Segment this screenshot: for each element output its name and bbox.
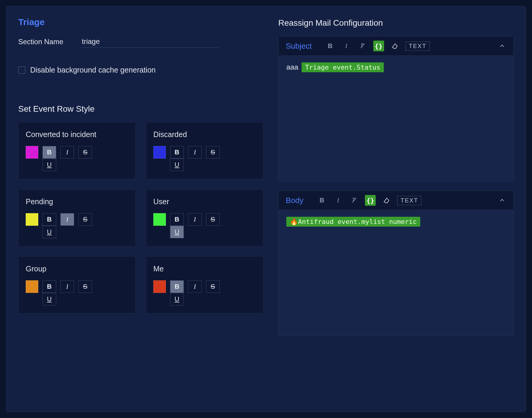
text-mode-button[interactable]: TEXT <box>406 42 430 51</box>
strike-toggle[interactable]: S <box>78 213 92 226</box>
row-style-card-title: Group <box>26 265 128 273</box>
underline-toggle[interactable]: U <box>170 226 184 238</box>
color-swatch[interactable] <box>26 146 38 159</box>
underline-toggle[interactable]: U <box>42 293 56 305</box>
body-toolbar-label: Body <box>286 196 303 205</box>
row-style-card: PendingBISU <box>18 189 136 246</box>
row-style-grid: Converted to incidentBISUDiscardedBISUPe… <box>18 122 263 314</box>
section-name-row: Section Name <box>18 36 263 48</box>
color-swatch[interactable] <box>153 280 166 293</box>
collapse-subject-icon[interactable] <box>498 42 506 50</box>
body-toolbar: Body B I {} TEXT <box>279 191 513 210</box>
italic-toggle[interactable]: I <box>188 146 202 159</box>
subject-editor-body[interactable]: aaa Triage event.Status <box>279 56 513 181</box>
triage-title-link[interactable]: Triage <box>18 17 45 27</box>
bold-button[interactable]: B <box>317 195 327 206</box>
configuration-panel: Triage Section Name Disable background c… <box>6 6 526 412</box>
eraser-button[interactable] <box>389 41 400 51</box>
disable-cache-row: Disable background cache generation <box>18 66 263 74</box>
eraser-button[interactable] <box>381 195 392 206</box>
color-swatch[interactable] <box>153 213 166 226</box>
strike-toggle[interactable]: S <box>206 213 220 226</box>
collapse-body-icon[interactable] <box>498 196 506 205</box>
strike-toggle[interactable]: S <box>206 146 220 159</box>
subject-toolbar: Subject B I {} TEXT <box>279 36 513 56</box>
italic-toggle[interactable]: I <box>60 280 74 293</box>
strike-toggle[interactable]: S <box>206 280 220 293</box>
row-style-heading: Set Event Row Style <box>18 104 263 114</box>
row-style-card: GroupBISU <box>18 256 136 314</box>
text-mode-button[interactable]: TEXT <box>397 196 421 205</box>
strike-toggle[interactable]: S <box>78 146 92 159</box>
row-style-controls: BIS <box>153 280 256 293</box>
braces-button[interactable]: {} <box>365 195 376 206</box>
italic-toggle[interactable]: I <box>60 146 74 159</box>
row-style-card-title: Discarded <box>153 130 256 139</box>
row-style-card: UserBISU <box>146 189 263 246</box>
underline-toggle[interactable]: U <box>42 226 56 238</box>
bold-toggle[interactable]: B <box>42 280 56 293</box>
bold-toggle[interactable]: B <box>42 213 56 226</box>
row-style-card-title: Converted to incident <box>26 130 128 139</box>
subject-toolbar-label: Subject <box>286 42 312 51</box>
row-style-card: Converted to incidentBISU <box>18 122 136 179</box>
body-editor: Body B I {} TEXT 🔥Antifraud event.mylist… <box>278 190 514 336</box>
italic-toggle[interactable]: I <box>60 213 74 226</box>
row-style-controls: BIS <box>26 213 128 226</box>
clear-format-button[interactable] <box>349 195 360 206</box>
body-variable-chip[interactable]: 🔥Antifraud event.mylist numeric <box>286 217 420 227</box>
row-style-controls: BIS <box>26 146 128 159</box>
row-style-card: DiscardedBISU <box>146 122 263 179</box>
subject-variable-chip[interactable]: Triage event.Status <box>302 62 384 72</box>
body-editor-body[interactable]: 🔥Antifraud event.mylist numeric <box>279 210 513 336</box>
section-name-input[interactable] <box>81 36 219 48</box>
bold-button[interactable]: B <box>325 41 336 51</box>
clear-format-button[interactable] <box>357 41 368 51</box>
strike-toggle[interactable]: S <box>78 280 92 293</box>
underline-toggle[interactable]: U <box>170 159 184 171</box>
row-style-card-title: User <box>153 197 256 206</box>
color-swatch[interactable] <box>153 146 166 159</box>
color-swatch[interactable] <box>26 213 38 226</box>
underline-toggle[interactable]: U <box>170 293 184 305</box>
row-style-controls: BIS <box>26 280 128 293</box>
bold-toggle[interactable]: B <box>170 146 184 159</box>
row-style-controls: BIS <box>153 213 256 226</box>
italic-toggle[interactable]: I <box>188 213 202 226</box>
subject-prefix-text: aaa <box>286 63 300 71</box>
italic-button[interactable]: I <box>341 41 352 51</box>
bold-toggle[interactable]: B <box>170 280 184 293</box>
row-style-card-title: Pending <box>26 197 128 206</box>
left-column: Triage Section Name Disable background c… <box>18 17 263 401</box>
row-style-controls: BIS <box>153 146 256 159</box>
right-column: Reassign Mail Configuration Subject B I … <box>278 17 514 401</box>
italic-button[interactable]: I <box>333 195 343 206</box>
color-swatch[interactable] <box>26 280 38 293</box>
underline-toggle[interactable]: U <box>42 159 56 171</box>
disable-cache-checkbox[interactable] <box>18 67 25 74</box>
row-style-card-title: Me <box>153 265 256 273</box>
disable-cache-label: Disable background cache generation <box>30 66 156 74</box>
braces-button[interactable]: {} <box>373 41 384 51</box>
bold-toggle[interactable]: B <box>42 146 56 159</box>
subject-editor: Subject B I {} TEXT aaa Triage event.Sta… <box>278 36 514 182</box>
italic-toggle[interactable]: I <box>188 280 202 293</box>
row-style-card: MeBISU <box>146 256 263 314</box>
section-name-label: Section Name <box>18 38 63 46</box>
reassign-mail-heading: Reassign Mail Configuration <box>278 18 514 28</box>
bold-toggle[interactable]: B <box>170 213 184 226</box>
